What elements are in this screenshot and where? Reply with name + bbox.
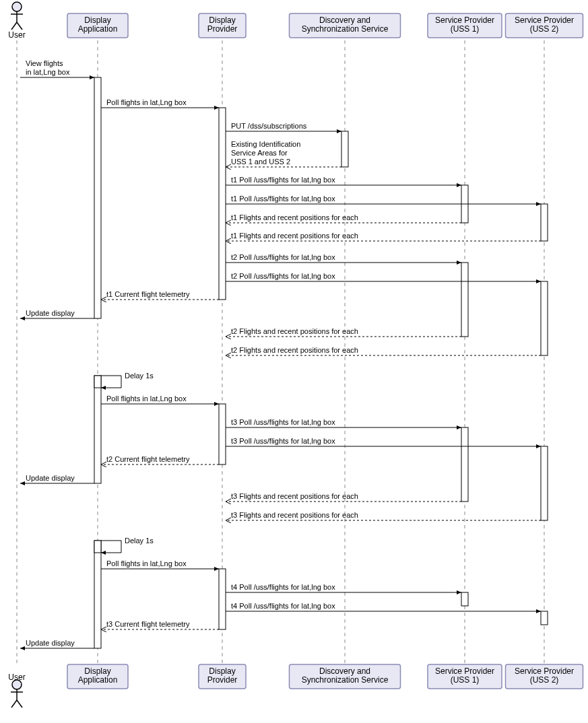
participant-dp: DisplayProvider	[199, 664, 246, 689]
message-label: Update display	[26, 639, 75, 647]
activation-uss2	[541, 446, 548, 520]
actor-user: User	[8, 2, 25, 40]
participant-uss2: Service Provider(USS 2)	[506, 664, 583, 689]
message-label: t1 Poll /uss/flights for lat,lng box	[231, 176, 335, 184]
activation-da	[94, 541, 101, 648]
message-label: t1 Flights and recent positions for each	[231, 232, 358, 240]
activation-da	[94, 376, 101, 483]
actor-user: User	[8, 673, 25, 708]
participant-uss1: Service Provider(USS 1)	[428, 664, 502, 689]
message-label: t1 Flights and recent positions for each	[231, 213, 358, 221]
message-label: t2 Poll /uss/flights for lat,lng box	[231, 253, 335, 261]
message-label: t3 Current flight telemetry	[106, 620, 190, 628]
message-label: Update display	[26, 474, 75, 482]
participant-da: DisplayApplication	[67, 664, 128, 689]
self-message: Delay 1s	[101, 372, 154, 388]
activation-dp	[219, 404, 226, 464]
message-label: t2 Flights and recent positions for each	[231, 327, 358, 335]
svg-rect-0	[94, 376, 101, 388]
message-label: Poll flights in lat,Lng box	[106, 394, 187, 403]
activation-uss1	[461, 263, 468, 337]
participant-label: DisplayProvider	[207, 666, 238, 685]
participant-dss: Discovery andSynchronization Service	[290, 664, 401, 689]
participant-da: DisplayApplication	[67, 13, 128, 38]
activation-da	[94, 77, 101, 318]
activation-uss1	[461, 592, 468, 606]
message-label: t1 Poll /uss/flights for lat,lng box	[231, 195, 335, 203]
message-label: t3 Poll /uss/flights for lat,lng box	[231, 437, 335, 445]
activation-dss	[341, 131, 348, 167]
activation-dp	[219, 569, 226, 629]
message-label: Update display	[26, 309, 75, 317]
svg-line-5	[11, 22, 17, 30]
actor-label: User	[8, 30, 25, 40]
activation-uss2	[541, 281, 548, 355]
participant-label: DisplayProvider	[207, 15, 238, 34]
message-label: Poll flights in lat,Lng box	[106, 559, 187, 567]
message-label: t4 Poll /uss/flights for lat,lng box	[231, 583, 335, 591]
message-label: t3 Poll /uss/flights for lat,lng box	[231, 418, 335, 426]
message-label: t2 Poll /uss/flights for lat,lng box	[231, 272, 335, 280]
message-label: Poll flights in lat,Lng box	[106, 98, 187, 106]
participant-dp: DisplayProvider	[199, 13, 246, 38]
message-label: Delay 1s	[125, 372, 154, 380]
svg-line-15	[11, 700, 17, 708]
participant-uss1: Service Provider(USS 1)	[428, 13, 502, 38]
participant-uss2: Service Provider(USS 2)	[506, 13, 583, 38]
message-label: t4 Poll /uss/flights for lat,lng box	[231, 602, 335, 610]
self-message: Delay 1s	[101, 537, 154, 553]
sequence-diagram: View flightsin lat,Lng boxPoll flights i…	[0, 0, 588, 723]
message-label: t3 Flights and recent positions for each	[231, 492, 358, 500]
message-label: t1 Current flight telemetry	[106, 290, 190, 298]
message-label: PUT /dss/subscriptions	[231, 122, 307, 130]
svg-point-2	[12, 2, 22, 11]
activation-uss1	[461, 427, 468, 502]
svg-line-6	[17, 22, 22, 30]
message-label: View flightsin lat,Lng box	[26, 59, 70, 76]
message-label: t2 Flights and recent positions for each	[231, 346, 358, 354]
message-label: Existing IdentificationService Areas for…	[231, 140, 300, 166]
activation-uss2	[541, 611, 548, 625]
actor-label: User	[8, 673, 25, 682]
activation-dp	[219, 108, 226, 300]
message-label: t2 Current flight telemetry	[106, 455, 190, 463]
activation-uss2	[541, 204, 548, 241]
participant-dss: Discovery andSynchronization Service	[290, 13, 401, 38]
message-label: t3 Flights and recent positions for each	[231, 511, 358, 519]
svg-line-16	[17, 700, 22, 708]
message-label: Delay 1s	[125, 537, 154, 545]
svg-rect-1	[94, 541, 101, 553]
